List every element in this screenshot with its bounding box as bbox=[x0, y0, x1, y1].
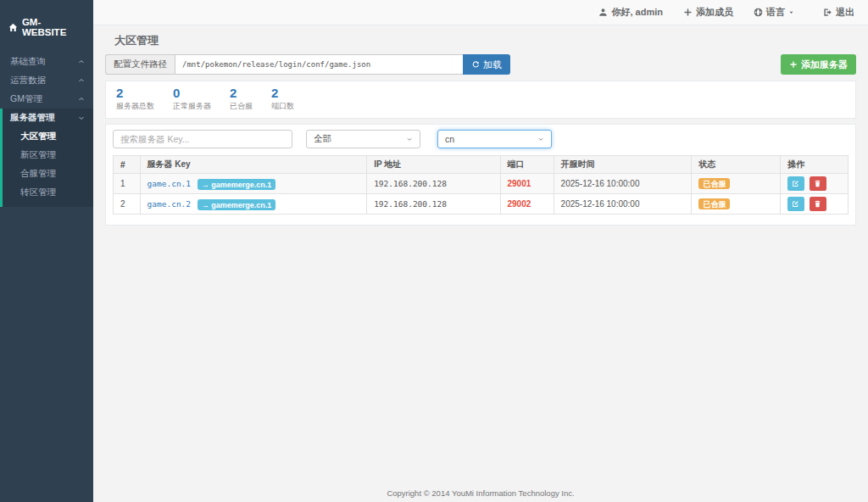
server-key-link[interactable]: game.cn.1 bbox=[147, 179, 191, 188]
server-table: # 服务器 Key IP 地址 端口 开服时间 状态 操作 1 bbox=[113, 155, 849, 215]
chevron-up-icon bbox=[78, 59, 85, 65]
plus-icon bbox=[683, 8, 693, 17]
server-table-panel: 全部 cn # 服务器 Key IP 地址 端口 bbox=[105, 124, 856, 226]
page-title: 大区管理 bbox=[114, 33, 856, 48]
config-path-label: 配置文件路径 bbox=[105, 54, 175, 75]
app-logo[interactable]: GM-WEBSITE bbox=[0, 0, 93, 53]
sidebar-group-server-manage: 服务器管理 大区管理 新区管理 合服管理 转区管理 bbox=[0, 109, 93, 207]
chevron-down-icon bbox=[537, 136, 544, 142]
status-badge: 已合服 bbox=[698, 178, 730, 189]
edit-icon bbox=[792, 180, 799, 187]
main-area: 你好, admin 添加成员 语言 退出 大区管理 配置文件路径 bbox=[93, 0, 868, 502]
ip-cell: 192.168.200.128 bbox=[367, 194, 500, 215]
language-dropdown[interactable]: 语言 bbox=[754, 6, 794, 19]
chevron-up-icon bbox=[78, 77, 85, 84]
home-icon bbox=[8, 23, 18, 32]
config-row: 配置文件路径 加载 添加服务器 bbox=[105, 54, 856, 75]
merge-badge: → gamemerge.cn.1 bbox=[198, 199, 276, 210]
search-input[interactable] bbox=[113, 130, 292, 148]
sidebar-item-basic-query[interactable]: 基础查询 bbox=[0, 53, 93, 71]
add-server-button[interactable]: 添加服务器 bbox=[781, 54, 856, 75]
sidebar-subitem-region-manage[interactable]: 大区管理 bbox=[3, 127, 93, 146]
table-row: 2 game.cn.2 → gamemerge.cn.1 192.168.200… bbox=[114, 194, 849, 215]
page-content: 大区管理 配置文件路径 加载 添加服务器 2 bbox=[93, 25, 868, 502]
edit-button[interactable] bbox=[787, 176, 804, 191]
merge-badge: → gamemerge.cn.1 bbox=[198, 179, 276, 190]
chevron-up-icon bbox=[78, 96, 85, 103]
port-cell: 29002 bbox=[500, 194, 554, 215]
stat-total-servers: 2 服务器总数 bbox=[116, 86, 154, 112]
sidebar-item-gm-manage[interactable]: GM管理 bbox=[0, 90, 93, 109]
globe-icon bbox=[754, 8, 763, 17]
server-key-cell: game.cn.2 → gamemerge.cn.1 bbox=[140, 194, 367, 215]
load-button[interactable]: 加载 bbox=[463, 54, 510, 75]
trash-icon bbox=[814, 180, 821, 187]
logout-button[interactable]: 退出 bbox=[823, 6, 854, 19]
chevron-down-icon bbox=[78, 114, 85, 121]
delete-button[interactable] bbox=[810, 176, 826, 191]
server-key-link[interactable]: game.cn.2 bbox=[147, 199, 191, 209]
filter-row: 全部 cn bbox=[113, 130, 849, 148]
trash-icon bbox=[814, 200, 821, 208]
sidebar-subitem-newzone-manage[interactable]: 新区管理 bbox=[3, 146, 93, 165]
open-time-cell: 2025-12-16 10:00:00 bbox=[554, 194, 692, 215]
open-time-cell: 2025-12-16 10:00:00 bbox=[554, 174, 692, 194]
top-navbar: 你好, admin 添加成员 语言 退出 bbox=[93, 0, 868, 25]
user-greeting: 你好, admin bbox=[598, 6, 663, 19]
add-member-button[interactable]: 添加成员 bbox=[683, 6, 733, 19]
status-cell: 已合服 bbox=[692, 174, 780, 194]
server-key-cell: game.cn.1 → gamemerge.cn.1 bbox=[140, 174, 367, 194]
ip-cell: 192.168.200.128 bbox=[367, 174, 500, 194]
edit-icon bbox=[792, 200, 799, 208]
stat-merged-servers: 2 已合服 bbox=[230, 86, 253, 112]
chevron-down-icon bbox=[406, 136, 413, 142]
sidebar-item-server-manage[interactable]: 服务器管理 bbox=[3, 109, 93, 127]
actions-cell bbox=[780, 174, 848, 194]
status-cell: 已合服 bbox=[692, 194, 780, 215]
port-cell: 29001 bbox=[500, 174, 554, 194]
status-badge: 已合服 bbox=[698, 198, 730, 209]
table-row: 1 game.cn.1 → gamemerge.cn.1 192.168.200… bbox=[114, 174, 849, 194]
type-select[interactable]: 全部 bbox=[306, 130, 420, 148]
plus-icon bbox=[789, 60, 798, 69]
user-icon bbox=[598, 8, 608, 17]
sidebar-item-operation-data[interactable]: 运营数据 bbox=[0, 71, 93, 90]
sidebar-subitem-transfer-manage[interactable]: 转区管理 bbox=[3, 183, 93, 202]
row-index: 2 bbox=[114, 194, 141, 215]
footer-copyright: Copyright © 2014 YouMi Information Techn… bbox=[93, 488, 868, 498]
row-index: 1 bbox=[114, 174, 141, 194]
region-select[interactable]: cn bbox=[437, 130, 552, 148]
app-window: GM-WEBSITE 基础查询 运营数据 GM管理 服务器管理 大区管理 新区管… bbox=[0, 0, 868, 502]
edit-button[interactable] bbox=[787, 197, 804, 211]
delete-button[interactable] bbox=[810, 197, 826, 211]
app-title: GM-WEBSITE bbox=[22, 17, 85, 37]
stat-normal-servers: 0 正常服务器 bbox=[173, 86, 211, 112]
refresh-icon bbox=[471, 60, 480, 69]
sidebar: GM-WEBSITE 基础查询 运营数据 GM管理 服务器管理 大区管理 新区管… bbox=[0, 0, 93, 502]
actions-cell bbox=[780, 194, 848, 215]
table-header-row: # 服务器 Key IP 地址 端口 开服时间 状态 操作 bbox=[114, 156, 849, 174]
logout-icon bbox=[823, 8, 832, 17]
stats-panel: 2 服务器总数 0 正常服务器 2 已合服 2 端口数 bbox=[105, 81, 856, 119]
sidebar-subitem-merge-manage[interactable]: 合服管理 bbox=[3, 165, 93, 183]
config-path-input[interactable] bbox=[175, 54, 463, 75]
config-path-group: 配置文件路径 加载 bbox=[105, 54, 510, 75]
stat-port-count: 2 端口数 bbox=[271, 86, 294, 112]
caret-down-icon bbox=[788, 9, 794, 15]
